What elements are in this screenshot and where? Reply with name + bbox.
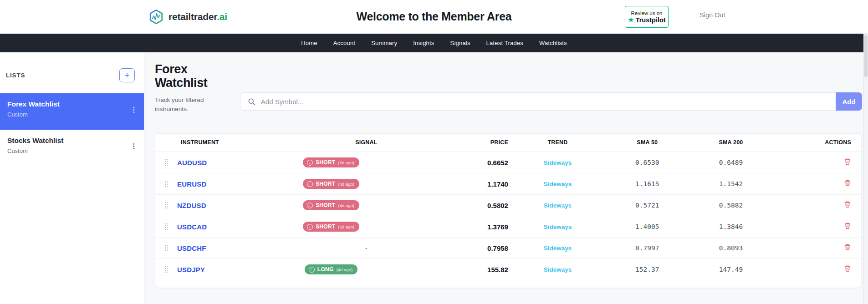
nav-item-latest-trades[interactable]: Latest Trades bbox=[486, 40, 523, 46]
delete-icon[interactable] bbox=[844, 179, 851, 187]
signal-age: (4d ago) bbox=[338, 182, 354, 187]
trend-value: Sideways bbox=[508, 195, 607, 216]
instrument-link[interactable]: NZDUSD bbox=[177, 202, 206, 209]
signal-label: SHORT bbox=[316, 181, 336, 187]
kebab-menu-icon[interactable] bbox=[133, 143, 135, 149]
list-item-name: Forex Watchlist bbox=[7, 100, 60, 108]
col-header-sma50: SMA 50 bbox=[607, 134, 688, 152]
col-header-actions: ACTIONS bbox=[774, 134, 861, 152]
brand-name: retailtrader.ai bbox=[168, 11, 227, 22]
watchlist-title-block: Forex Watchlist Track your filtered inst… bbox=[155, 62, 225, 114]
price-value: 1.3769 bbox=[449, 216, 508, 238]
sma200-value: 0.5882 bbox=[688, 195, 775, 216]
sma200-value: 147.49 bbox=[688, 259, 775, 280]
trustpilot-star-icon: ★ bbox=[628, 16, 634, 24]
nav-item-insights[interactable]: Insights bbox=[413, 40, 434, 46]
table-row: USDCHF - 0.7958 Sideways 0.7997 0.8093 bbox=[155, 238, 861, 259]
sign-out-link[interactable]: Sign Out bbox=[700, 11, 725, 19]
add-symbol-button[interactable]: Add bbox=[836, 92, 862, 111]
instrument-link[interactable]: EURUSD bbox=[177, 180, 207, 188]
drag-handle-icon[interactable] bbox=[164, 244, 168, 252]
signal-badge-short: ↓ SHORT (5d ago) bbox=[303, 157, 359, 167]
list-item-text: Stocks Watchlist Custom bbox=[7, 137, 63, 166]
col-header-instrument: INSTRUMENT bbox=[155, 134, 284, 152]
arrow-down-circle-icon: ↓ bbox=[307, 203, 313, 208]
list-item-text: Forex Watchlist Custom bbox=[7, 100, 60, 130]
sma50-value: 1.4005 bbox=[607, 216, 688, 238]
instrument-link[interactable]: AUDUSD bbox=[177, 159, 207, 167]
price-value: 0.5802 bbox=[449, 195, 508, 216]
drag-handle-icon[interactable] bbox=[164, 159, 168, 166]
sma50-value: 152.37 bbox=[607, 259, 688, 280]
sidebar-item-forex-watchlist[interactable]: Forex Watchlist Custom bbox=[0, 93, 144, 130]
col-header-trend: TREND bbox=[508, 134, 607, 152]
instrument-link[interactable]: USDCAD bbox=[177, 223, 207, 231]
arrow-down-circle-icon: ↓ bbox=[307, 224, 313, 230]
table-row: USDJPY ↑ LONG (4d ago) 155.82 Sideways 1… bbox=[155, 259, 861, 280]
drag-handle-icon[interactable] bbox=[164, 266, 168, 273]
table-row: EURUSD ↓ SHORT (4d ago) 1.1740 Sideways … bbox=[155, 173, 861, 195]
sma50-value: 1.1615 bbox=[607, 173, 688, 195]
arrow-down-circle-icon: ↓ bbox=[307, 181, 313, 187]
brand-logo-icon bbox=[148, 9, 164, 25]
delete-icon[interactable] bbox=[844, 222, 851, 229]
add-list-button[interactable]: + bbox=[119, 68, 135, 82]
delete-icon[interactable] bbox=[844, 158, 851, 165]
signal-age: (4d ago) bbox=[338, 203, 354, 208]
table-row: USDCAD ↓ SHORT (5d ago) 1.3769 Sideways … bbox=[155, 216, 861, 238]
add-symbol-input[interactable] bbox=[261, 98, 836, 106]
instrument-link[interactable]: USDCHF bbox=[177, 244, 206, 252]
add-symbol-input-wrap bbox=[240, 92, 836, 111]
delete-icon[interactable] bbox=[844, 201, 851, 208]
nav-item-summary[interactable]: Summary bbox=[371, 40, 397, 46]
sidebar: LISTS + Forex Watchlist Custom Stocks Wa… bbox=[0, 52, 144, 304]
delete-icon[interactable] bbox=[844, 265, 851, 272]
signal-badge-short: ↓ SHORT (5d ago) bbox=[303, 222, 359, 232]
sma50-value: 0.6530 bbox=[607, 152, 688, 173]
lists-heading: LISTS bbox=[6, 72, 25, 79]
add-symbol-group: Add bbox=[240, 92, 862, 111]
list-item-type: Custom bbox=[7, 111, 60, 118]
drag-handle-icon[interactable] bbox=[164, 180, 168, 187]
instrument-link[interactable]: USDJPY bbox=[177, 266, 205, 274]
signal-label: LONG bbox=[317, 266, 334, 273]
scrollbar-thumb[interactable] bbox=[864, 35, 868, 77]
brand[interactable]: retailtrader.ai bbox=[148, 9, 227, 25]
watchlist-table-card: INSTRUMENT SIGNAL PRICE TREND SMA 50 SMA… bbox=[155, 133, 862, 288]
signal-none: - bbox=[365, 244, 368, 252]
sma50-value: 0.7997 bbox=[607, 238, 688, 259]
sidebar-header: LISTS + bbox=[0, 52, 144, 93]
kebab-menu-icon[interactable] bbox=[133, 106, 135, 113]
drag-handle-icon[interactable] bbox=[164, 202, 168, 209]
signal-age: (4d ago) bbox=[337, 267, 352, 272]
sidebar-item-stocks-watchlist[interactable]: Stocks Watchlist Custom bbox=[0, 130, 144, 166]
signal-label: SHORT bbox=[316, 159, 336, 166]
nav-item-account[interactable]: Account bbox=[333, 40, 355, 46]
header: retailtrader.ai Welcome to the Member Ar… bbox=[0, 0, 868, 34]
sma200-value: 1.1542 bbox=[688, 173, 775, 195]
search-icon bbox=[248, 98, 255, 106]
signal-label: SHORT bbox=[316, 223, 336, 230]
price-value: 0.6652 bbox=[449, 152, 508, 173]
col-header-signal: SIGNAL bbox=[284, 134, 449, 152]
price-value: 1.1740 bbox=[449, 173, 508, 195]
price-value: 0.7958 bbox=[449, 238, 508, 259]
trustpilot-badge[interactable]: Review us on ★ Trustpilot bbox=[625, 6, 669, 28]
signal-age: (5d ago) bbox=[338, 224, 354, 229]
sma200-value: 0.8093 bbox=[688, 238, 775, 259]
signal-badge-short: ↓ SHORT (4d ago) bbox=[303, 179, 359, 189]
scrollbar[interactable] bbox=[863, 34, 868, 304]
trend-value: Sideways bbox=[508, 173, 607, 195]
trend-value: Sideways bbox=[508, 238, 607, 259]
signal-label: SHORT bbox=[316, 202, 336, 208]
page-title: Welcome to the Member Area bbox=[357, 10, 512, 23]
nav-item-signals[interactable]: Signals bbox=[450, 40, 470, 46]
main-panel: Forex Watchlist Track your filtered inst… bbox=[144, 52, 868, 304]
trend-value: Sideways bbox=[508, 259, 607, 280]
delete-icon[interactable] bbox=[844, 243, 851, 251]
table-row: AUDUSD ↓ SHORT (5d ago) 0.6652 Sideways … bbox=[155, 152, 861, 173]
drag-handle-icon[interactable] bbox=[164, 223, 168, 230]
nav-item-home[interactable]: Home bbox=[301, 40, 317, 46]
arrow-down-circle-icon: ↓ bbox=[307, 160, 313, 166]
nav-item-watchlists[interactable]: Watchlists bbox=[539, 40, 567, 46]
